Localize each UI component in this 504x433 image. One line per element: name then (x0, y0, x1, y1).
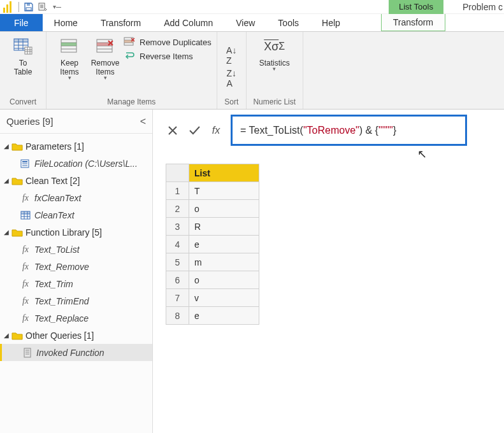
tab-transform[interactable]: Transform (89, 14, 152, 31)
cancel-formula-button[interactable] (166, 122, 180, 139)
twisty-icon: ◢ (3, 229, 10, 236)
fx-icon: fx (19, 279, 32, 289)
tree-item[interactable]: fxfxCleanText (0, 189, 152, 206)
keep-items-button[interactable]: Keep Items ▾ (52, 36, 87, 81)
table-row[interactable]: 1T (166, 182, 259, 200)
cell-value: o (189, 271, 259, 289)
row-number: 4 (166, 236, 189, 253)
row-number: 7 (166, 289, 189, 307)
ribbon-group-numeric: Xσ Σ Statistics ▾ Numeric List (247, 32, 303, 109)
powerbi-logo-icon (3, 1, 12, 13)
to-table-button[interactable]: To Table (5, 36, 41, 78)
tree-item[interactable]: fxText_TrimEnd (0, 292, 152, 309)
cell-value: T (189, 182, 259, 200)
tree-item-label: Invoked Function (36, 348, 104, 358)
queries-tree: ◢Parameters [1]FileLocation (C:\Users\L.… (0, 134, 152, 361)
queries-pane: Queries [9] < ◢Parameters [1]FileLocatio… (0, 110, 153, 433)
svg-rect-17 (22, 163, 27, 164)
svg-rect-18 (22, 165, 27, 166)
tree-item[interactable]: fxText_Trim (0, 275, 152, 292)
tree-item[interactable]: fxText_ToList (0, 241, 152, 258)
sort-desc-button[interactable]: Z↓A (224, 67, 238, 89)
remove-duplicates-label: Remove Duplicates (140, 38, 212, 47)
fx-icon: fx (19, 262, 32, 272)
tree-item[interactable]: CleanText (0, 206, 152, 224)
reverse-items-button[interactable]: Reverse Items (123, 51, 212, 61)
fx-icon[interactable]: fx (209, 122, 223, 139)
twisty-icon: ◢ (3, 143, 10, 150)
formula-input[interactable]: = Text_ToList("ToRemove") & {""""} (231, 115, 467, 146)
tab-home[interactable]: Home (43, 14, 89, 31)
table-row[interactable]: 6o (166, 271, 259, 289)
sort-asc-button[interactable]: A↓Z (224, 45, 238, 66)
folder-label: Function Library [5] (25, 227, 102, 238)
twisty-icon: ◢ (3, 177, 10, 184)
tab-add-column[interactable]: Add Column (152, 14, 224, 31)
fx-icon: fx (19, 245, 32, 255)
statistics-button[interactable]: Xσ Σ Statistics ▾ (252, 36, 298, 72)
cell-value: R (189, 218, 259, 236)
group-label-manage: Manage Items (47, 96, 217, 109)
qat-dropdown-icon[interactable]: ▾ (50, 1, 64, 13)
to-table-label: To Table (14, 59, 32, 76)
ribbon: To Table Convert Keep Items ▾ Remove Ite… (0, 32, 504, 110)
keep-rows-icon (59, 37, 80, 56)
svg-rect-20 (21, 211, 30, 214)
remove-items-label: Remove Items (91, 59, 120, 76)
row-number: 6 (166, 271, 189, 289)
window-title: Problem c (463, 2, 503, 12)
group-label-sort: Sort (217, 96, 246, 109)
options-icon[interactable] (36, 1, 50, 13)
tree-item[interactable]: fxText_Replace (0, 309, 152, 327)
chevron-down-icon: ▾ (104, 76, 107, 80)
folder-label: Clean Text [2] (25, 176, 80, 186)
folder-icon (11, 228, 23, 237)
tree-item-label: Text_Trim (34, 279, 73, 289)
table-row[interactable]: 5m (166, 253, 259, 271)
table-row[interactable]: 7v (166, 289, 259, 307)
tab-view[interactable]: View (224, 14, 266, 31)
queries-title: Queries [9] (6, 116, 53, 127)
tree-folder[interactable]: ◢Clean Text [2] (0, 172, 152, 189)
collapse-pane-button[interactable]: < (140, 116, 146, 127)
table-row[interactable]: 2o (166, 200, 259, 218)
svg-rect-21 (24, 348, 31, 357)
tab-file[interactable]: File (0, 14, 43, 31)
svg-rect-3 (27, 3, 30, 6)
param-icon (19, 159, 32, 168)
accept-formula-button[interactable] (187, 122, 201, 139)
save-icon[interactable] (22, 1, 36, 13)
tree-folder[interactable]: ◢Other Queries [1] (0, 327, 152, 344)
twisty-icon: ◢ (3, 332, 10, 339)
remove-duplicates-button[interactable]: Remove Duplicates (123, 37, 212, 47)
tree-item-label: Text_Replace (34, 313, 89, 323)
tab-help[interactable]: Help (310, 14, 352, 31)
column-header-list[interactable]: List (189, 164, 259, 182)
tab-transform-context[interactable]: Transform (381, 14, 445, 31)
tree-item-label: Text_Remove (34, 262, 89, 272)
row-number: 5 (166, 253, 189, 271)
svg-rect-0 (3, 8, 5, 13)
tree-folder[interactable]: ◢Function Library [5] (0, 224, 152, 241)
row-header-blank[interactable] (166, 164, 189, 182)
reverse-icon (123, 51, 136, 61)
svg-rect-7 (14, 39, 28, 42)
tree-folder[interactable]: ◢Parameters [1] (0, 138, 152, 155)
folder-icon (11, 176, 23, 185)
table-row[interactable]: 8e (166, 307, 259, 325)
table-icon (19, 211, 32, 220)
folder-label: Other Queries [1] (25, 330, 94, 341)
fx-icon: fx (19, 193, 32, 203)
separator (18, 2, 19, 12)
table-row[interactable]: 4e (166, 236, 259, 253)
reverse-items-label: Reverse Items (140, 52, 193, 61)
remove-items-button[interactable]: Remove Items ▾ (87, 36, 123, 81)
table-row[interactable]: 3R (166, 218, 259, 236)
tab-tools[interactable]: Tools (266, 14, 310, 31)
tree-item[interactable]: Invoked Function (0, 344, 152, 361)
tree-item[interactable]: fxText_Remove (0, 258, 152, 275)
formula-part-string1: "ToRemove" (303, 125, 359, 136)
cell-value: m (189, 253, 259, 271)
tree-item[interactable]: FileLocation (C:\Users\L... (0, 155, 152, 172)
formula-part-prefix: = Text_ToList( (240, 125, 303, 136)
